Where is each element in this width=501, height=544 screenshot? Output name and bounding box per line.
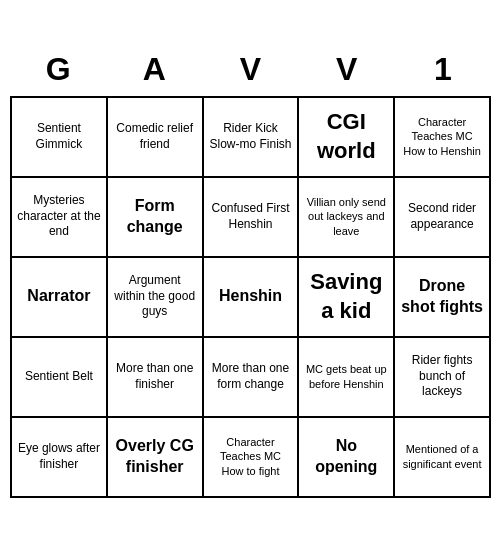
header-v1: V [202,47,298,92]
bingo-cell-7[interactable]: Confused First Henshin [204,178,300,258]
bingo-cell-2[interactable]: Rider Kick Slow-mo Finish [204,98,300,178]
bingo-cell-11[interactable]: Argument within the good guys [108,258,204,338]
bingo-cell-3[interactable]: CGI world [299,98,395,178]
header-g: G [10,47,106,92]
bingo-grid: Sentient GimmickComedic relief friendRid… [10,96,491,498]
bingo-cell-14[interactable]: Drone shot fights [395,258,491,338]
bingo-header: G A V V 1 [10,47,491,92]
bingo-cell-19[interactable]: Rider fights bunch of lackeys [395,338,491,418]
bingo-cell-8[interactable]: Villian only send out lackeys and leave [299,178,395,258]
bingo-cell-21[interactable]: Overly CG finisher [108,418,204,498]
bingo-cell-13[interactable]: Saving a kid [299,258,395,338]
bingo-cell-6[interactable]: Form change [108,178,204,258]
bingo-cell-24[interactable]: Mentioned of a significant event [395,418,491,498]
bingo-cell-23[interactable]: No opening [299,418,395,498]
bingo-cell-12[interactable]: Henshin [204,258,300,338]
header-v2: V [299,47,395,92]
bingo-cell-1[interactable]: Comedic relief friend [108,98,204,178]
bingo-cell-18[interactable]: MC gets beat up before Henshin [299,338,395,418]
bingo-cell-16[interactable]: More than one finisher [108,338,204,418]
bingo-cell-20[interactable]: Eye glows after finisher [12,418,108,498]
bingo-cell-9[interactable]: Second rider appearance [395,178,491,258]
bingo-cell-4[interactable]: Character Teaches MC How to Henshin [395,98,491,178]
bingo-cell-22[interactable]: Character Teaches MC How to fight [204,418,300,498]
bingo-cell-0[interactable]: Sentient Gimmick [12,98,108,178]
bingo-cell-5[interactable]: Mysteries character at the end [12,178,108,258]
bingo-card: G A V V 1 Sentient GimmickComedic relief… [0,37,501,508]
bingo-cell-10[interactable]: Narrator [12,258,108,338]
bingo-cell-17[interactable]: More than one form change [204,338,300,418]
header-a: A [106,47,202,92]
bingo-cell-15[interactable]: Sentient Belt [12,338,108,418]
header-1: 1 [395,47,491,92]
